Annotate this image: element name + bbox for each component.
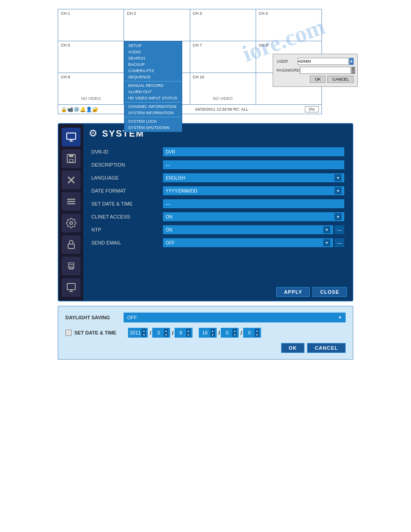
close-button[interactable]: CLOSE [313,287,347,297]
login-pass-btn[interactable]: … [351,67,355,74]
dvr-cell-ch10: CH 10 NO VIDEO [190,73,256,104]
day-down[interactable]: ▼ [186,333,191,337]
printer-icon [66,261,77,271]
sidebar-item-lock[interactable] [62,235,81,254]
send-email-pair: OFF ▼ --- [163,238,344,247]
menu-system-info[interactable]: SYSTEM INFORMATION [124,110,182,116]
menu-camera-ptz[interactable]: CAMERA PTZ [124,68,182,74]
system-section: ⚙ SYSTEM DVR-ID DVR DESCRIPTION --- [58,123,353,301]
daylight-ok-button[interactable]: OK [281,343,305,353]
year-arrows: ▲ ▼ [141,329,146,337]
clinet-access-value[interactable]: ON ▼ [163,212,344,221]
label-set-date-time: SET DATE & TIME [89,198,160,210]
sidebar-item-gear[interactable] [62,214,81,232]
month-up[interactable]: ▲ [164,329,168,333]
menu-backup[interactable]: BACKUP [124,61,182,68]
dvr-cell-ch6: CH 6 SETUP AUDIO SEARCH BACKUP CAMERA PT… [124,41,190,73]
system-main: ⚙ SYSTEM DVR-ID DVR DESCRIPTION --- [83,124,352,300]
hour-spinner: 16 ▲ ▼ [199,328,217,338]
second-down[interactable]: ▼ [255,333,259,337]
gear-icon [66,218,77,228]
sidebar-item-printer[interactable] [62,257,81,275]
minute-up[interactable]: ▲ [232,329,237,333]
row-ntp: NTP ON ▼ --- [89,224,347,236]
row-clinet-access: CLINET ACCESS ON ▼ [89,211,347,223]
menu-system-lock[interactable]: SYSTEM LOCK [124,118,182,124]
login-password-input[interactable] [300,67,351,74]
second-arrows: ▲ ▼ [255,329,259,337]
menu-system-shutdown[interactable]: SYSTEM SHUTDOWN [124,124,182,131]
menu-sequence[interactable]: SEQUENCE [124,74,182,80]
menu-channel-info[interactable]: CHANNEL INFORMATION [124,103,182,110]
ntp-extra-btn[interactable]: --- [334,225,344,234]
daylight-cancel-button[interactable]: CANCEL [307,343,346,353]
dvr-statusbar: 🔒📹⚙️🔔👤🔐 04/25/2011 12:34:56 RC: ALL 0% [58,105,322,114]
dvr-id-value: DVR [163,147,344,156]
year-up[interactable]: ▲ [141,329,146,333]
svg-rect-15 [67,283,75,290]
sidebar-item-network[interactable] [62,278,81,297]
login-cancel-button[interactable]: CANCEL [327,76,354,83]
svg-rect-12 [68,244,74,249]
daylight-saving-label: DAYLIGHT SAVING [65,315,124,320]
day-up[interactable]: ▲ [186,329,191,333]
ch1-label: CH 1 [61,11,70,16]
monitor-icon [66,132,77,142]
ch4-label: CH 4 [259,11,268,16]
minute-arrows: ▲ ▼ [232,329,237,337]
menu-manual-record[interactable]: MANUAL RECORD [124,82,182,89]
sidebar-item-save[interactable] [62,149,81,168]
menu-setup[interactable]: SETUP [124,43,182,49]
login-box: USER ▼ PASSWORD … OK CANCEL [273,54,358,87]
sidebar-item-monitor[interactable] [62,128,81,146]
ntp-dropdown[interactable]: ▼ [323,226,330,233]
date-format-value[interactable]: YYYY/DMM/DD ▼ [163,186,344,195]
sidebar-item-close[interactable] [62,171,81,189]
daylight-saving-select: OFF ▼ [124,313,346,322]
language-value[interactable]: ENGLISH ▼ [163,173,344,182]
month-value: 3 [154,330,163,335]
setdate-checkbox[interactable] [65,330,72,336]
value-language: ENGLISH ▼ [160,172,347,184]
dvr-row-1: CH 1 CH 2 CH 3 CH 4 [58,9,321,41]
hour-arrows: ▲ ▼ [210,329,215,337]
date-format-dropdown[interactable]: ▼ [334,187,342,194]
menu-alarm-out[interactable]: ALARM OUT [124,89,182,95]
value-set-date-time: --- [160,198,347,210]
send-email-value[interactable]: OFF ▼ [163,238,333,247]
daylight-dropdown-arrow: ▼ [338,315,342,320]
clinet-access-dropdown[interactable]: ▼ [334,213,342,220]
year-down[interactable]: ▼ [141,333,146,337]
daylight-saving-value-box[interactable]: OFF ▼ [124,313,346,322]
minute-spinner: 0 ▲ ▼ [221,328,239,338]
status-percent: 0% [305,106,319,112]
send-email-dropdown[interactable]: ▼ [323,239,330,246]
hour-up[interactable]: ▲ [210,329,215,333]
apply-button[interactable]: APPLY [276,287,310,297]
context-menu[interactable]: SETUP AUDIO SEARCH BACKUP CAMERA PTZ SEQ… [124,41,182,132]
ch10-label: CH 10 [193,75,205,79]
ntp-value[interactable]: ON ▼ [163,225,333,234]
send-email-extra-btn[interactable]: --- [334,238,344,247]
second-spinner: 0 ▲ ▼ [243,328,261,338]
month-down[interactable]: ▼ [164,333,168,337]
login-user-dropdown[interactable]: ▼ [349,58,354,65]
minute-down[interactable]: ▼ [232,333,237,337]
menu-search[interactable]: SEARCH [124,55,182,61]
svg-rect-5 [69,159,73,162]
row-date-format: DATE FORMAT YYYY/DMM/DD ▼ [89,185,347,197]
sidebar-item-menu[interactable] [62,192,81,211]
language-dropdown[interactable]: ▼ [334,174,342,181]
login-user-input[interactable] [298,58,349,65]
sidebar [59,124,83,300]
menu-hd-video[interactable]: HD VIDEO INPUT STATUS [124,95,182,101]
row-send-email: SEND EMAIL OFF ▼ --- [89,237,347,249]
ch9-no-video: NO VIDEO [81,96,101,101]
ch8-label: CH 8 [259,43,268,47]
login-ok-button[interactable]: OK [310,76,325,83]
second-up[interactable]: ▲ [255,329,259,333]
year-spinner: 2011 ▲ ▼ [128,328,148,338]
menu-audio[interactable]: AUDIO [124,49,182,55]
day-spinner: 8 ▲ ▼ [175,328,193,338]
hour-down[interactable]: ▼ [210,333,215,337]
